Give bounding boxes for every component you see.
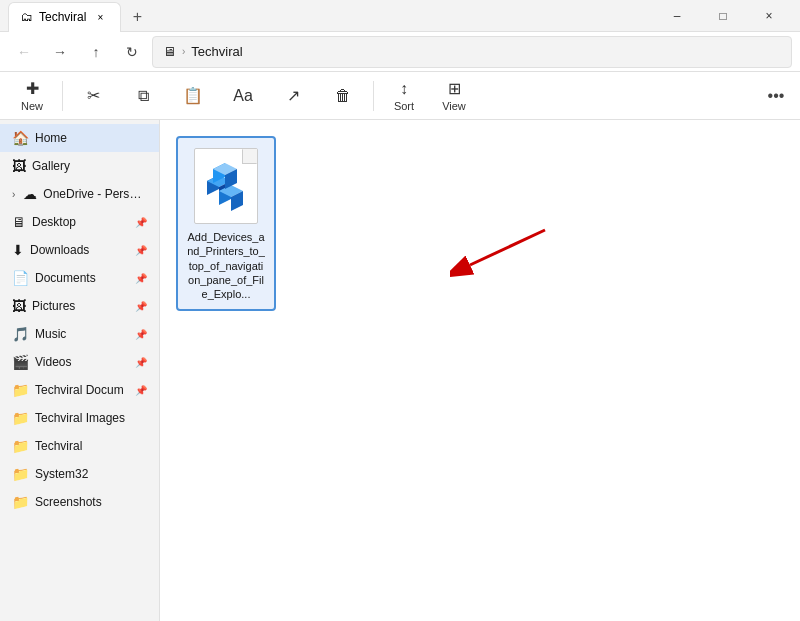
- red-arrow: [450, 220, 550, 284]
- sidebar-label-techviral-images: Techviral Images: [35, 411, 147, 425]
- sidebar-label-desktop: Desktop: [32, 215, 129, 229]
- sidebar-item-videos[interactable]: 🎬Videos📌: [0, 348, 159, 376]
- close-button[interactable]: ×: [746, 0, 792, 32]
- sidebar-item-pictures[interactable]: 🖼Pictures📌: [0, 292, 159, 320]
- rename-icon: Aa: [233, 87, 253, 105]
- sidebar-label-system32: System32: [35, 467, 147, 481]
- tab-area: 🗂 Techviral × +: [8, 0, 153, 32]
- delete-icon: 🗑: [335, 87, 351, 105]
- tab-close-button[interactable]: ×: [92, 9, 108, 25]
- paste-icon: 📋: [183, 86, 203, 105]
- sidebar-item-onedrive[interactable]: ›☁OneDrive - Persona: [0, 180, 159, 208]
- view-label: View: [442, 100, 466, 112]
- sidebar-label-music: Music: [35, 327, 129, 341]
- address-field[interactable]: 🖥 › Techviral: [152, 36, 792, 68]
- view-button[interactable]: ⊞ View: [430, 76, 478, 116]
- new-icon: ✚: [26, 79, 39, 98]
- cut-icon: ✂: [87, 86, 100, 105]
- sidebar-label-techviral-docum: Techviral Docum: [35, 383, 129, 397]
- sidebar-item-music[interactable]: 🎵Music📌: [0, 320, 159, 348]
- screenshots-icon: 📁: [12, 494, 29, 510]
- file-page: [194, 148, 258, 224]
- sidebar-label-gallery: Gallery: [32, 159, 147, 173]
- path-chevron: ›: [182, 46, 185, 57]
- toolbar: ✚ New ✂ ⧉ 📋 Aa ↗ 🗑 ↕ Sort ⊞ View •••: [0, 72, 800, 120]
- cut-button[interactable]: ✂: [69, 76, 117, 116]
- delete-button[interactable]: 🗑: [319, 76, 367, 116]
- svg-line-10: [470, 230, 545, 265]
- back-button[interactable]: ←: [8, 36, 40, 68]
- maximize-button[interactable]: □: [700, 0, 746, 32]
- refresh-button[interactable]: ↻: [116, 36, 148, 68]
- file-icon-wrapper: [190, 146, 262, 226]
- videos-icon: 🎬: [12, 354, 29, 370]
- sidebar-item-desktop[interactable]: 🖥Desktop📌: [0, 208, 159, 236]
- minimize-button[interactable]: –: [654, 0, 700, 32]
- separator-1: [62, 81, 63, 111]
- sidebar-label-onedrive: OneDrive - Persona: [43, 187, 147, 201]
- music-icon: 🎵: [12, 326, 29, 342]
- sidebar-item-techviral-images[interactable]: 📁Techviral Images: [0, 404, 159, 432]
- sidebar-label-downloads: Downloads: [30, 243, 129, 257]
- sidebar-item-techviral-docum[interactable]: 📁Techviral Docum📌: [0, 376, 159, 404]
- main-layout: 🏠Home🖼Gallery›☁OneDrive - Persona🖥Deskto…: [0, 120, 800, 621]
- copy-button[interactable]: ⧉: [119, 76, 167, 116]
- window-controls: – □ ×: [654, 0, 792, 32]
- techviral-docum-icon: 📁: [12, 382, 29, 398]
- path-text: Techviral: [191, 44, 242, 59]
- expand-icon: ›: [12, 189, 15, 200]
- downloads-icon: ⬇: [12, 242, 24, 258]
- new-label: New: [21, 100, 43, 112]
- pin-icon-techviral-docum: 📌: [135, 385, 147, 396]
- tab-icon: 🗂: [21, 10, 33, 24]
- gallery-icon: 🖼: [12, 158, 26, 174]
- pin-icon-music: 📌: [135, 329, 147, 340]
- sort-icon: ↕: [400, 80, 408, 98]
- pin-icon-documents: 📌: [135, 273, 147, 284]
- sidebar-item-techviral[interactable]: 📁Techviral: [0, 432, 159, 460]
- separator-2: [373, 81, 374, 111]
- address-bar: ← → ↑ ↻ 🖥 › Techviral: [0, 32, 800, 72]
- pin-icon-videos: 📌: [135, 357, 147, 368]
- new-button[interactable]: ✚ New: [8, 76, 56, 116]
- sidebar-item-documents[interactable]: 📄Documents📌: [0, 264, 159, 292]
- pictures-icon: 🖼: [12, 298, 26, 314]
- active-tab[interactable]: 🗂 Techviral ×: [8, 2, 121, 32]
- onedrive-icon: ☁: [23, 186, 37, 202]
- techviral-icon: 📁: [12, 438, 29, 454]
- rename-button[interactable]: Aa: [219, 76, 267, 116]
- system32-icon: 📁: [12, 466, 29, 482]
- sidebar-item-system32[interactable]: 📁System32: [0, 460, 159, 488]
- view-icon: ⊞: [448, 79, 461, 98]
- new-tab-button[interactable]: +: [121, 2, 153, 32]
- share-icon: ↗: [287, 86, 300, 105]
- pin-icon-desktop: 📌: [135, 217, 147, 228]
- forward-button[interactable]: →: [44, 36, 76, 68]
- copy-icon: ⧉: [138, 87, 149, 105]
- desktop-icon: 🖥: [12, 214, 26, 230]
- sidebar-label-pictures: Pictures: [32, 299, 129, 313]
- sidebar-label-documents: Documents: [35, 271, 129, 285]
- sort-label: Sort: [394, 100, 414, 112]
- sidebar-item-screenshots[interactable]: 📁Screenshots: [0, 488, 159, 516]
- sidebar: 🏠Home🖼Gallery›☁OneDrive - Persona🖥Deskto…: [0, 120, 160, 621]
- title-bar: 🗂 Techviral × + – □ ×: [0, 0, 800, 32]
- documents-icon: 📄: [12, 270, 29, 286]
- paste-button[interactable]: 📋: [169, 76, 217, 116]
- cubes-graphic: [199, 159, 253, 219]
- sidebar-item-downloads[interactable]: ⬇Downloads📌: [0, 236, 159, 264]
- pin-icon-pictures: 📌: [135, 301, 147, 312]
- sidebar-item-gallery[interactable]: 🖼Gallery: [0, 152, 159, 180]
- file-item[interactable]: Add_Devices_and_Printers_to_top_of_navig…: [176, 136, 276, 311]
- up-button[interactable]: ↑: [80, 36, 112, 68]
- location-icon: 🖥: [163, 44, 176, 59]
- techviral-images-icon: 📁: [12, 410, 29, 426]
- pin-icon-downloads: 📌: [135, 245, 147, 256]
- share-button[interactable]: ↗: [269, 76, 317, 116]
- sidebar-label-videos: Videos: [35, 355, 129, 369]
- home-icon: 🏠: [12, 130, 29, 146]
- more-button[interactable]: •••: [760, 80, 792, 112]
- sidebar-item-home[interactable]: 🏠Home: [0, 124, 159, 152]
- file-name: Add_Devices_and_Printers_to_top_of_navig…: [186, 230, 266, 301]
- sort-button[interactable]: ↕ Sort: [380, 76, 428, 116]
